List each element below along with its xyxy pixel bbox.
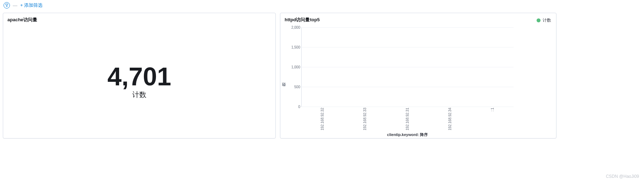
panel-apache-visits[interactable]: apache访问量 4,701 计数: [3, 13, 276, 138]
panel-title: apache访问量: [3, 13, 275, 24]
chart-plot-area: 05001,0001,5002,000 192.168.92.32192.168…: [289, 27, 514, 138]
panel-httpd-top5[interactable]: httpd访问量top5 计数 计数 05001,0001,5002,000 1…: [280, 13, 556, 138]
chart-y-axis-label: 计数: [280, 74, 289, 90]
add-filter-label: + 添加筛选: [20, 2, 43, 9]
x-ticks: 192.168.92.32192.168.92.33192.168.92.311…: [301, 108, 514, 130]
grid-line: [302, 87, 514, 87]
chart-body: 计数 05001,0001,5002,000 192.168.92.32192.…: [280, 24, 556, 138]
dashboard-row: apache访问量 4,701 计数 httpd访问量top5 计数 计数 05…: [0, 11, 644, 138]
legend-dot-icon: [537, 18, 541, 22]
y-tick-label: 1,000: [289, 65, 300, 69]
filter-bar: — + 添加筛选: [0, 0, 644, 11]
grid-line: [302, 27, 514, 28]
x-tick-label: 192.168.92.31: [405, 108, 409, 130]
add-filter-button[interactable]: + 添加筛选: [20, 2, 43, 9]
x-tick-label: 192.168.92.32: [320, 108, 324, 130]
x-tick-slot: 192.168.92.32: [301, 108, 344, 130]
metric-body: 4,701 计数: [3, 24, 275, 138]
y-tick-label: 0: [289, 105, 300, 109]
x-tick-label: 192.168.92.33: [363, 108, 367, 130]
metric-label: 计数: [132, 90, 146, 100]
grid-line: [302, 107, 514, 107]
chart-x-axis-label: clientip.keyword: 降序: [301, 132, 514, 137]
grid-line: [302, 47, 514, 47]
y-tick-label: 500: [289, 85, 300, 89]
filter-icon[interactable]: [4, 2, 10, 9]
x-tick-label: ::1: [491, 108, 494, 112]
x-tick-slot: 192.168.92.34: [429, 108, 471, 130]
grid-line: [302, 67, 514, 67]
x-tick-slot: 192.168.92.33: [344, 108, 386, 130]
divider-dash: —: [13, 3, 17, 8]
y-tick-label: 1,500: [289, 45, 300, 49]
x-tick-slot: ::1: [471, 108, 514, 130]
plot-inner: 05001,0001,5002,000: [301, 27, 514, 107]
y-tick-label: 2,000: [289, 26, 300, 29]
x-tick-label: 192.168.92.34: [448, 108, 452, 130]
metric-value: 4,701: [107, 64, 171, 89]
watermark-text: CSDN @HaoJi09: [606, 174, 639, 179]
chart-legend[interactable]: 计数: [537, 17, 551, 23]
x-tick-slot: 192.168.92.31: [386, 108, 429, 130]
legend-label: 计数: [543, 17, 551, 23]
panel-title: httpd访问量top5: [280, 13, 556, 24]
